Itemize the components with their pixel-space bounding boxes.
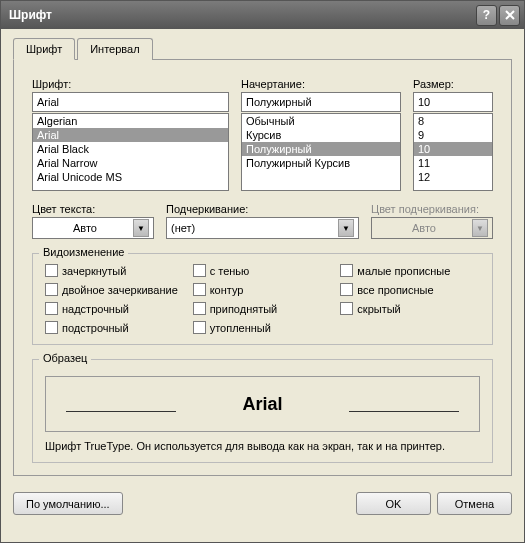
ulcolor-combo: Авто ▼ [371,217,493,239]
button-row: По умолчанию... OK Отмена [1,484,524,525]
style-input[interactable] [241,92,401,112]
size-input[interactable] [413,92,493,112]
chevron-down-icon: ▼ [338,219,354,237]
checkbox-icon [45,302,58,315]
effects-legend: Видоизменение [39,246,128,258]
font-note: Шрифт TrueType. Он используется для выво… [45,440,480,452]
font-label: Шрифт: [32,78,229,90]
font-input[interactable] [32,92,229,112]
checkbox-icon [340,264,353,277]
sample-text: Arial [242,394,282,415]
list-item[interactable]: 12 [414,170,492,184]
check-engrave[interactable]: утопленный [193,321,333,334]
cancel-button[interactable]: Отмена [437,492,512,515]
list-item[interactable]: 10 [414,142,492,156]
checkbox-icon [340,302,353,315]
sample-legend: Образец [39,352,91,364]
style-label: Начертание: [241,78,401,90]
textcolor-label: Цвет текста: [32,203,154,215]
list-item[interactable]: Курсив [242,128,400,142]
chevron-down-icon: ▼ [133,219,149,237]
check-sub[interactable]: подстрочный [45,321,185,334]
sample-line [66,411,176,412]
tab-panel: Шрифт: Algerian Arial Arial Black Arial … [13,59,512,476]
font-listbox[interactable]: Algerian Arial Arial Black Arial Narrow … [32,113,229,191]
check-emboss[interactable]: приподнятый [193,302,333,315]
sample-group: Образец Arial Шрифт TrueType. Он использ… [32,359,493,463]
list-item[interactable]: Arial Black [33,142,228,156]
checkbox-icon [193,283,206,296]
checkbox-icon [45,283,58,296]
list-item[interactable]: 9 [414,128,492,142]
help-button[interactable]: ? [476,5,497,26]
underline-label: Подчеркивание: [166,203,359,215]
check-dstrike[interactable]: двойное зачеркивание [45,283,185,296]
size-listbox[interactable]: 8 9 10 11 12 [413,113,493,191]
effects-group: Видоизменение зачеркнутый с тенью малые … [32,253,493,345]
ok-button[interactable]: OK [356,492,431,515]
font-dialog: Шрифт ? Шрифт Интервал Шрифт: Algerian [0,0,525,543]
style-listbox[interactable]: Обычный Курсив Полужирный Полужирный Кур… [241,113,401,191]
chevron-down-icon: ▼ [472,219,488,237]
check-outline[interactable]: контур [193,283,333,296]
list-item[interactable]: Algerian [33,114,228,128]
checkbox-icon [193,264,206,277]
tab-font[interactable]: Шрифт [13,38,75,60]
titlebar: Шрифт ? [1,1,524,29]
ulcolor-label: Цвет подчеркивания: [371,203,493,215]
list-item[interactable]: Обычный [242,114,400,128]
textcolor-combo[interactable]: Авто ▼ [32,217,154,239]
default-button[interactable]: По умолчанию... [13,492,123,515]
checkbox-icon [193,302,206,315]
tab-strip: Шрифт Интервал [13,38,512,60]
list-item[interactable]: 11 [414,156,492,170]
check-smallcaps[interactable]: малые прописные [340,264,480,277]
checkbox-icon [45,264,58,277]
list-item[interactable]: 8 [414,114,492,128]
sample-box: Arial [45,376,480,432]
checkbox-icon [193,321,206,334]
tab-interval[interactable]: Интервал [77,38,152,60]
check-allcaps[interactable]: все прописные [340,283,480,296]
check-hidden[interactable]: скрытый [340,302,480,315]
list-item[interactable]: Arial Narrow [33,156,228,170]
underline-combo[interactable]: (нет) ▼ [166,217,359,239]
list-item[interactable]: Arial [33,128,228,142]
list-item[interactable]: Полужирный [242,142,400,156]
list-item[interactable]: Arial Unicode MS [33,170,228,184]
size-label: Размер: [413,78,493,90]
checkbox-icon [45,321,58,334]
check-super[interactable]: надстрочный [45,302,185,315]
sample-line [349,411,459,412]
list-item[interactable]: Полужирный Курсив [242,156,400,170]
close-button[interactable] [499,5,520,26]
checkbox-icon [340,283,353,296]
dialog-title: Шрифт [9,8,474,22]
check-shadow[interactable]: с тенью [193,264,333,277]
check-strike[interactable]: зачеркнутый [45,264,185,277]
